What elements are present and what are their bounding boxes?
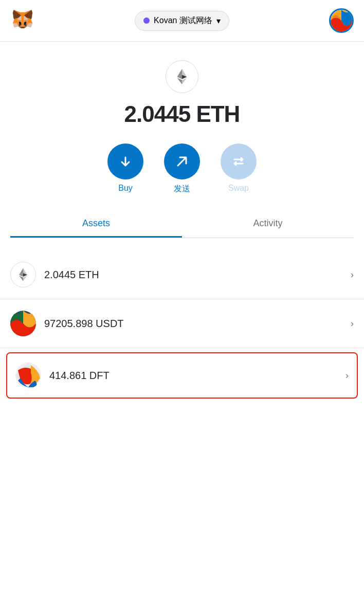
asset-item-eth[interactable]: 2.0445 ETH › xyxy=(0,250,364,299)
dft-balance: 414.861 DFT xyxy=(49,370,345,382)
svg-marker-32 xyxy=(182,78,187,85)
avatar[interactable] xyxy=(329,8,354,33)
chevron-right-icon: › xyxy=(351,269,354,280)
chevron-right-icon-usdt: › xyxy=(351,318,354,329)
usdt-asset-icon xyxy=(10,311,36,336)
network-label: Kovan 测试网络 xyxy=(154,15,212,26)
metamask-logo xyxy=(10,7,35,34)
eth-balance: 2.0445 ETH xyxy=(44,269,351,281)
swap-button[interactable] xyxy=(221,143,257,179)
tab-activity[interactable]: Activity xyxy=(182,211,354,238)
svg-marker-23 xyxy=(21,25,24,27)
send-button[interactable] xyxy=(164,143,200,179)
buy-label: Buy xyxy=(118,184,133,193)
chevron-right-icon-dft: › xyxy=(345,370,349,381)
tabs: Assets Activity xyxy=(10,211,354,238)
swap-button-wrap: Swap xyxy=(221,143,257,193)
asset-item-dft[interactable]: 414.861 DFT › xyxy=(6,352,358,399)
header: Kovan 测试网络 ▾ xyxy=(0,0,364,42)
svg-marker-33 xyxy=(177,78,183,85)
main-content: 2.0445 ETH Buy 发送 xyxy=(0,42,364,613)
svg-marker-39 xyxy=(19,276,23,281)
tab-assets[interactable]: Assets xyxy=(10,211,182,238)
balance-display: 2.0445 ETH xyxy=(124,101,240,127)
swap-label: Swap xyxy=(228,184,249,193)
buy-button-wrap[interactable]: Buy xyxy=(107,143,143,193)
buy-button[interactable] xyxy=(107,143,143,179)
network-selector[interactable]: Kovan 测试网络 ▾ xyxy=(135,11,229,31)
chevron-down-icon: ▾ xyxy=(216,16,221,26)
action-buttons: Buy 发送 Swap xyxy=(107,143,257,194)
asset-list: 2.0445 ETH › 97205.898 USDT › xyxy=(0,250,364,399)
wallet-section: 2.0445 ETH Buy 发送 xyxy=(0,42,364,250)
eth-icon xyxy=(166,60,198,93)
network-dot xyxy=(143,17,150,24)
eth-asset-icon xyxy=(10,262,36,287)
send-button-wrap[interactable]: 发送 xyxy=(164,143,200,194)
send-label: 发送 xyxy=(174,184,190,194)
usdt-balance: 97205.898 USDT xyxy=(44,318,351,330)
dft-asset-icon xyxy=(15,363,41,388)
asset-item-usdt[interactable]: 97205.898 USDT › xyxy=(0,299,364,348)
svg-marker-38 xyxy=(23,276,27,281)
